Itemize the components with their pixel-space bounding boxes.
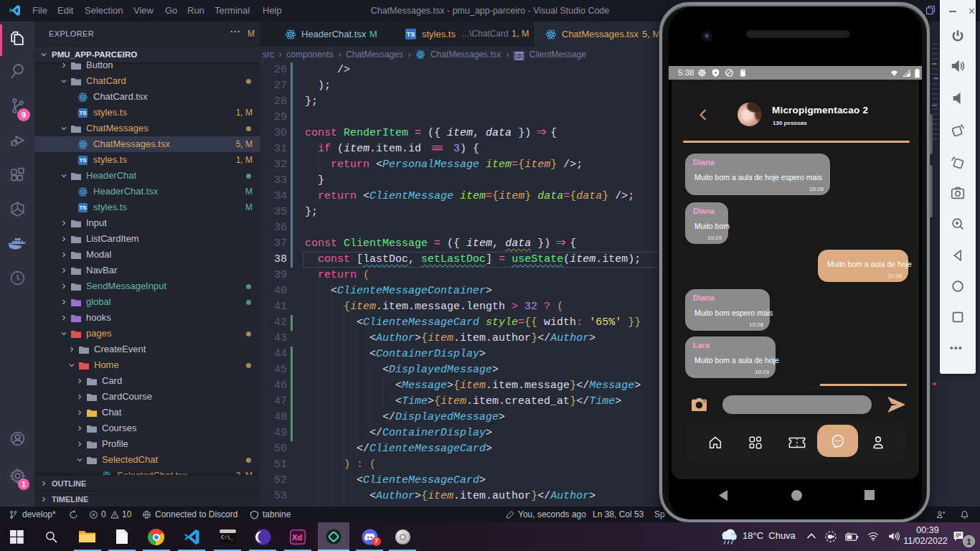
svg-text:C:\_: C:\_ [221,534,234,540]
svg-text:Xd: Xd [292,533,302,542]
